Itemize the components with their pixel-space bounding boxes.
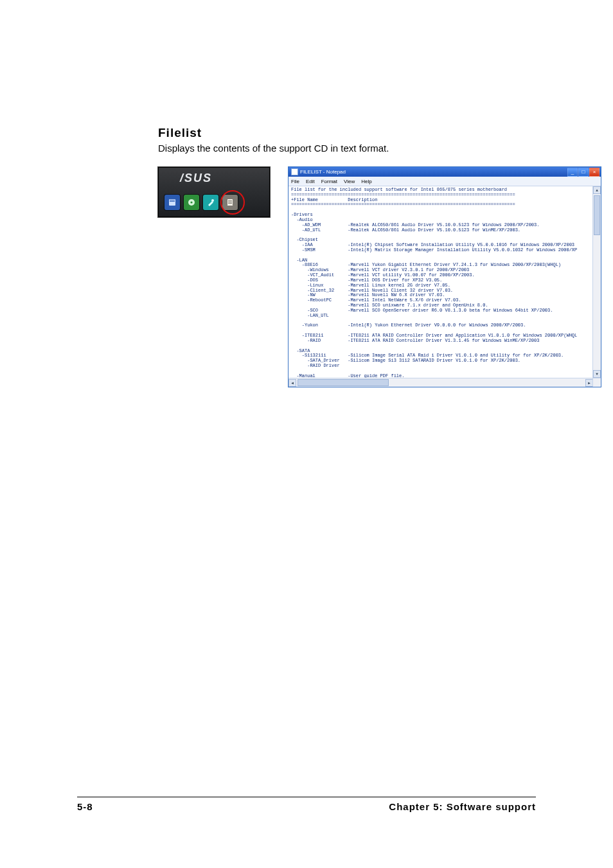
- menu-help[interactable]: Help: [361, 179, 371, 184]
- menu-edit[interactable]: Edit: [306, 179, 315, 184]
- notepad-menubar: File Edit Format View Help: [289, 177, 601, 186]
- page-footer: 5-8 Chapter 5: Software support: [77, 797, 536, 812]
- window-controls: _ □ ×: [567, 168, 600, 177]
- notepad-titlebar: FILELIST - Notepad _ □ ×: [289, 167, 601, 177]
- section-heading: Filelist: [158, 126, 202, 140]
- tool-icon[interactable]: [203, 195, 218, 210]
- scroll-up-icon[interactable]: ▲: [593, 186, 601, 194]
- scroll-h-track[interactable]: [296, 378, 585, 387]
- close-button[interactable]: ×: [589, 168, 600, 177]
- menu-view[interactable]: View: [344, 179, 355, 184]
- scroll-h-thumb[interactable]: [298, 379, 389, 386]
- notepad-text[interactable]: File list for the included support softw…: [289, 186, 601, 387]
- maximize-button[interactable]: □: [578, 168, 589, 177]
- scrollbar-horizontal[interactable]: ◀ ▶: [289, 378, 593, 387]
- svg-rect-9: [228, 203, 232, 204]
- notepad-doc-icon: [291, 168, 298, 175]
- scroll-v-track[interactable]: [593, 194, 601, 370]
- scroll-left-icon[interactable]: ◀: [289, 379, 296, 387]
- notepad-title: FILELIST - Notepad: [300, 169, 346, 175]
- section-description: Displays the contents of the support CD …: [158, 143, 389, 154]
- page-number: 5-8: [77, 801, 93, 812]
- asus-icon-row: [158, 189, 270, 216]
- svg-rect-8: [228, 202, 232, 202]
- svg-rect-1: [170, 200, 175, 200]
- menu-file[interactable]: File: [291, 179, 299, 184]
- disc-icon[interactable]: [184, 195, 199, 210]
- scroll-down-icon[interactable]: ▼: [593, 370, 601, 378]
- page-icon[interactable]: [222, 195, 238, 210]
- scroll-corner: [592, 378, 601, 387]
- minimize-button[interactable]: _: [567, 168, 578, 177]
- scrollbar-vertical[interactable]: ▲ ▼: [592, 186, 601, 378]
- notepad-window: FILELIST - Notepad _ □ × File Edit Forma…: [288, 166, 601, 387]
- book-icon[interactable]: [164, 195, 180, 210]
- svg-point-4: [190, 201, 192, 203]
- chapter-label: Chapter 5: Software support: [389, 801, 536, 812]
- svg-rect-2: [170, 201, 175, 202]
- asus-logo-row: /SUS: [158, 167, 270, 189]
- svg-rect-7: [228, 200, 232, 201]
- asus-logo: /SUS: [180, 172, 212, 185]
- scroll-v-thumb[interactable]: [594, 195, 600, 235]
- svg-point-5: [211, 199, 214, 202]
- asus-card: /SUS: [157, 166, 271, 218]
- notepad-body: File list for the included support softw…: [289, 186, 601, 387]
- menu-format[interactable]: Format: [321, 179, 337, 184]
